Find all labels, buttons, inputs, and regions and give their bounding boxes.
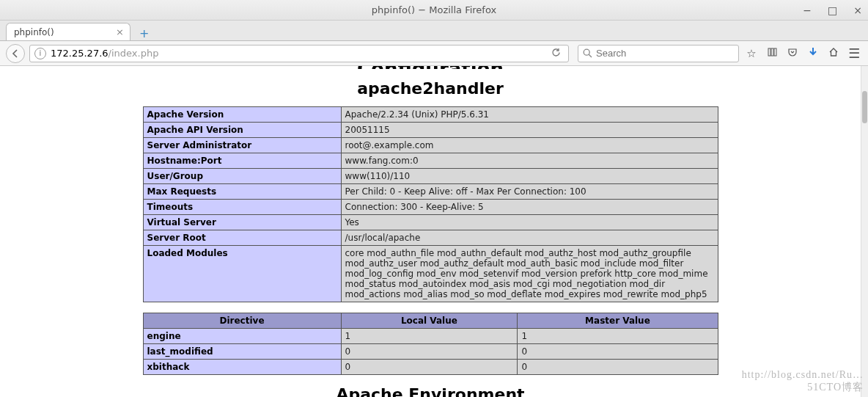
info-key: User/Group [143,169,341,184]
info-key: Apache Version [143,107,341,123]
tab-close-button[interactable]: × [116,26,124,37]
info-key: Apache API Version [143,123,341,138]
svg-rect-2 [768,48,770,56]
content-scroll-area[interactable]: Configuration apache2handler Apache Vers… [0,66,861,397]
table-row: Virtual ServerYes [143,215,718,230]
svg-rect-4 [774,48,776,56]
truncated-heading: Configuration [143,66,718,69]
info-key: Server Root [143,230,341,246]
local-value: 1 [341,329,518,344]
vertical-scrollbar[interactable] [861,66,868,397]
col-directive: Directive [143,313,341,329]
search-bar[interactable] [578,45,739,62]
back-button[interactable] [6,44,25,63]
search-input[interactable] [596,48,734,59]
info-key: Max Requests [143,184,341,200]
col-master-value: Master Value [518,313,718,329]
local-value: 0 [341,344,518,360]
info-value: core mod_authn_file mod_authn_default mo… [341,246,718,302]
table-row: Server Root/usr/local/apache [143,230,718,246]
new-tab-button[interactable]: + [135,26,153,40]
section-heading-apache2handler: apache2handler [143,79,718,98]
tab-bar: phpinfo() × + [0,21,868,41]
tab-title: phpinfo() [14,27,54,37]
table-header-row: Directive Local Value Master Value [143,313,718,329]
page-content: Configuration apache2handler Apache Vers… [0,66,861,397]
url-bar[interactable]: i 172.25.27.6/index.php [29,45,569,62]
library-button[interactable] [764,47,780,60]
download-icon [808,47,818,57]
info-key: Server Administrator [143,138,341,153]
info-key: Virtual Server [143,215,341,230]
info-value: Connection: 300 - Keep-Alive: 5 [341,200,718,215]
browser-tab[interactable]: phpinfo() × [6,23,130,40]
info-value: /usr/local/apache [341,230,718,246]
master-value: 0 [518,360,718,375]
table-row: User/Groupwww(110)/110 [143,169,718,184]
info-value: www.fang.com:0 [341,153,718,169]
site-info-icon[interactable]: i [34,48,46,59]
apache2handler-table: Apache VersionApache/2.2.34 (Unix) PHP/5… [143,106,718,302]
browser-toolbar: i 172.25.27.6/index.php ☆ ☰ [0,41,868,66]
window-close-button[interactable]: × [853,4,862,16]
arrow-left-icon [11,49,20,58]
pocket-button[interactable] [784,47,801,60]
reload-icon [551,48,561,57]
info-value: 20051115 [341,123,718,138]
info-value: root@.example.com [341,138,718,153]
table-row: Loaded Modulescore mod_authn_file mod_au… [143,246,718,302]
info-key: Hostname:Port [143,153,341,169]
master-value: 0 [518,344,718,360]
hamburger-menu-button[interactable]: ☰ [846,45,862,61]
info-value: Apache/2.2.34 (Unix) PHP/5.6.31 [341,107,718,123]
directive-name: xbithack [143,360,341,375]
col-local-value: Local Value [341,313,518,329]
table-row: Apache VersionApache/2.2.34 (Unix) PHP/5… [143,107,718,123]
table-row: TimeoutsConnection: 300 - Keep-Alive: 5 [143,200,718,215]
home-icon [828,47,839,57]
scrollbar-thumb[interactable] [862,91,867,123]
bookmark-star-button[interactable]: ☆ [743,47,760,60]
table-row: Hostname:Portwww.fang.com:0 [143,153,718,169]
home-button[interactable] [825,47,842,60]
section-heading-apache-environment: Apache Environment [143,385,718,397]
local-value: 0 [341,360,518,375]
directive-name: engine [143,329,341,344]
table-row: xbithack00 [143,360,718,375]
window-minimize-button[interactable]: − [803,4,812,16]
watermark: http://blog.csdn.net/Ru…51CTO博客 [742,369,864,394]
directives-table: Directive Local Value Master Value engin… [143,313,718,375]
window-maximize-button[interactable]: □ [828,4,837,16]
url-path: /index.php [108,48,159,59]
downloads-button[interactable] [805,47,821,60]
search-icon [583,48,592,58]
info-key: Timeouts [143,200,341,215]
table-row: last_modified00 [143,344,718,360]
table-row: Server Administratorroot@.example.com [143,138,718,153]
svg-rect-3 [771,48,773,56]
window-titlebar: phpinfo() − Mozilla Firefox − □ × [0,0,868,21]
info-value: Yes [341,215,718,230]
svg-line-1 [589,54,592,57]
table-row: Max RequestsPer Child: 0 - Keep Alive: o… [143,184,718,200]
info-value: Per Child: 0 - Keep Alive: off - Max Per… [341,184,718,200]
library-icon [767,47,777,57]
reload-button[interactable] [551,48,561,59]
table-row: engine11 [143,329,718,344]
svg-point-0 [584,49,589,55]
master-value: 1 [518,329,718,344]
table-row: Apache API Version20051115 [143,123,718,138]
directive-name: last_modified [143,344,341,360]
info-key: Loaded Modules [143,246,341,302]
url-host: 172.25.27.6 [51,48,108,59]
pocket-icon [787,47,798,57]
info-value: www(110)/110 [341,169,718,184]
window-title: phpinfo() − Mozilla Firefox [372,4,496,15]
